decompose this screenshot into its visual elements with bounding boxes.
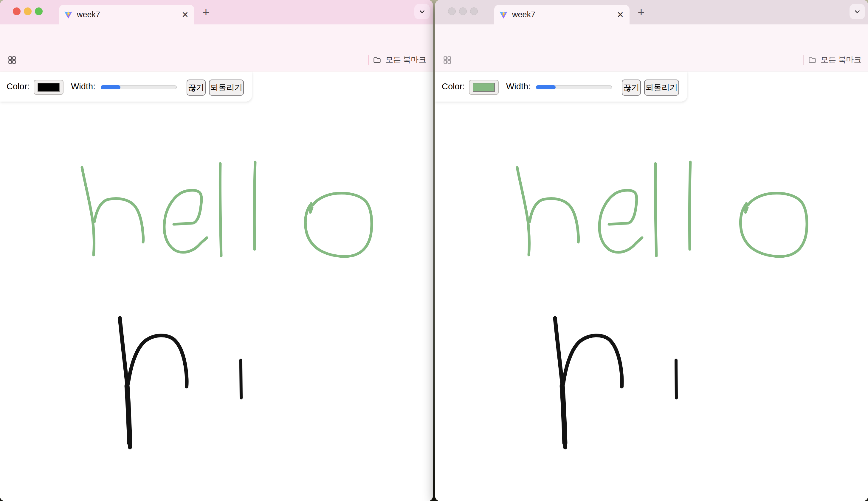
stroke-hi-h-stem-thick [562, 386, 565, 443]
stroke-hi-i-stem [676, 360, 676, 398]
stroke-hello-o [305, 193, 372, 256]
drawing-canvas[interactable] [0, 0, 433, 501]
stroke-hello-h-stem [517, 167, 530, 255]
stroke-hello-e [164, 190, 207, 252]
stroke-hello-h-arch [94, 199, 143, 242]
stroke-hello-o [740, 193, 807, 256]
stroke-hi-i-dot [671, 318, 682, 329]
stroke-hello-l2 [689, 162, 690, 249]
browser-window-right: week7 ✕ + [435, 0, 868, 501]
stroke-hi-h-arch [128, 335, 187, 387]
browser-window-left: week7 ✕ + [0, 0, 433, 501]
stroke-hello-l1 [655, 163, 656, 256]
stroke-hello-o-tick [309, 203, 312, 212]
stroke-hello-e [599, 190, 642, 252]
stroke-hi-h-stem-thick [127, 386, 130, 443]
stroke-hello-o-tick [744, 203, 747, 212]
stroke-hello-l1 [220, 163, 221, 256]
stroke-hello-l2 [254, 162, 255, 249]
stroke-hi-i-dot [236, 318, 247, 329]
stroke-hi-h-arch [563, 335, 622, 387]
stroke-hello-h-arch [530, 199, 578, 242]
drawing-canvas[interactable] [435, 0, 868, 501]
stroke-hello-h-stem [82, 167, 94, 255]
